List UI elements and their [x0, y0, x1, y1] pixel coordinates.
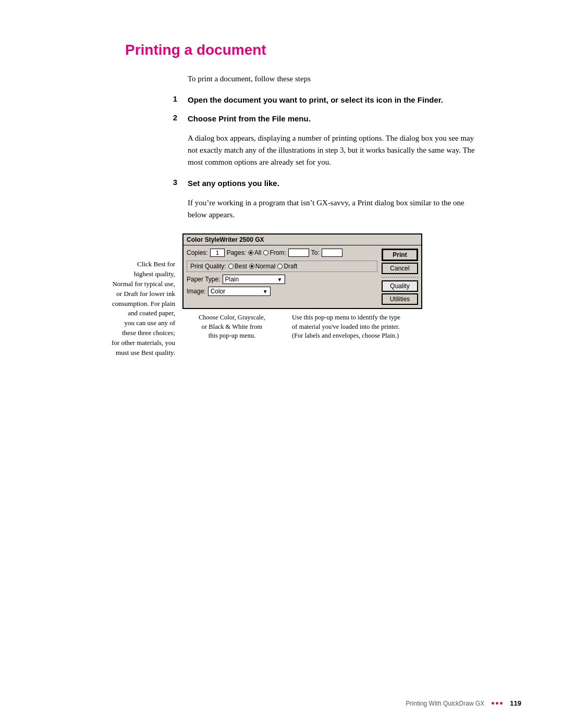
paper-type-dropdown[interactable]: Plain ▼ [223, 275, 285, 284]
footer-dot-2 [496, 702, 498, 705]
dialog-left-section: Copies: 1 Pages: All From: [187, 249, 377, 305]
quality-best-option: Best [228, 263, 247, 270]
bottom-right-annotation: Use this pop-up menu to identify the typ… [287, 313, 422, 341]
chapter-title: Printing a document [125, 42, 521, 58]
bottom-annotations: Choose Color, Grayscale,or Black & White… [182, 313, 422, 341]
paper-type-label: Paper Type: [187, 276, 221, 283]
quality-button[interactable]: Quality [382, 280, 418, 292]
pages-all-option: All [248, 249, 261, 256]
print-button[interactable]: Print [382, 249, 418, 261]
footer-dot-1 [492, 702, 494, 705]
pages-to-input[interactable] [322, 249, 342, 257]
image-label: Image: [187, 288, 206, 295]
image-row: Image: Color ▼ [187, 287, 377, 296]
footer-dots-decoration [492, 702, 503, 705]
print-quality-label: Print Quality: [190, 263, 226, 270]
dialog-title-bar: Color StyleWriter 2500 GX [183, 235, 421, 245]
step-1: 1 Open the document you want to print, o… [42, 94, 521, 106]
footer-chapter-text: Printing With QuickDraw GX [406, 700, 485, 707]
paper-type-arrow-icon: ▼ [277, 277, 283, 282]
pages-from-radio[interactable] [263, 250, 268, 255]
body-paragraph-1: A dialog box appears, displaying a numbe… [188, 132, 480, 169]
bottom-right-text: Use this pop-up menu to identify the typ… [292, 314, 400, 339]
page-footer: Printing With QuickDraw GX 119 [406, 699, 521, 707]
print-quality-row: Print Quality: Best Normal [190, 263, 374, 270]
quality-best-label: Best [235, 263, 247, 270]
quality-normal-label: Normal [255, 263, 276, 270]
image-dropdown[interactable]: Color ▼ [208, 287, 271, 296]
quality-draft-radio[interactable] [277, 264, 283, 269]
dialog-right-section: Print Cancel Quality Utilities [382, 249, 418, 305]
dialog-area: Click Best for highest quality, Normal f… [83, 233, 480, 357]
step-1-content: Open the document you want to print, or … [188, 94, 521, 106]
pages-from-input[interactable] [288, 249, 309, 257]
quality-draft-option: Draft [277, 263, 297, 270]
pages-to-label: To: [311, 249, 320, 256]
step-2-number: 2 [42, 113, 188, 125]
copies-value: 1 [215, 250, 219, 256]
paper-type-value: Plain [225, 276, 239, 283]
pages-from-option: From: [263, 249, 286, 256]
copies-pages-row: Copies: 1 Pages: All From: [187, 249, 377, 257]
pages-from-label: From: [270, 249, 286, 256]
quality-best-radio[interactable] [228, 264, 234, 269]
pages-all-label: All [254, 249, 261, 256]
annotation-best-quality: Click Best for highest quality, Normal f… [112, 260, 175, 356]
step-2: 2 Choose Print from the File menu. [42, 113, 521, 125]
print-dialog: Color StyleWriter 2500 GX Copies: 1 Page… [182, 233, 422, 309]
paper-type-row: Paper Type: Plain ▼ [187, 275, 377, 284]
step-2-content: Choose Print from the File menu. [188, 113, 521, 125]
footer-dot-3 [500, 702, 503, 705]
cancel-button[interactable]: Cancel [382, 263, 418, 274]
step-3: 3 Set any options you like. [42, 178, 521, 190]
step-3-content: Set any options you like. [188, 178, 521, 190]
left-annotation: Click Best for highest quality, Normal f… [83, 233, 182, 357]
quality-draft-label: Draft [284, 263, 297, 270]
step-3-number: 3 [42, 178, 188, 190]
step-1-number: 1 [42, 94, 188, 106]
footer-page-number: 119 [510, 699, 521, 707]
page: Printing a document To print a document,… [0, 0, 563, 728]
dialog-body: Copies: 1 Pages: All From: [183, 245, 421, 308]
image-arrow-icon: ▼ [263, 289, 268, 294]
quality-normal-radio[interactable] [249, 264, 254, 269]
quality-normal-option: Normal [249, 263, 276, 270]
separator [382, 277, 418, 278]
copies-input[interactable]: 1 [210, 249, 225, 257]
intro-text: To print a document, follow these steps [188, 73, 521, 85]
pages-all-radio[interactable] [248, 250, 253, 255]
body-paragraph-2: If you’re working in a program that isn’… [188, 197, 480, 221]
bottom-left-annotation: Choose Color, Grayscale,or Black & White… [182, 313, 287, 341]
dialog-wrapper: Color StyleWriter 2500 GX Copies: 1 Page… [182, 233, 422, 357]
utilities-button[interactable]: Utilities [382, 293, 418, 305]
bottom-left-text: Choose Color, Grayscale,or Black & White… [199, 314, 265, 339]
print-quality-section: Print Quality: Best Normal [187, 261, 377, 272]
dialog-title: Color StyleWriter 2500 GX [187, 236, 264, 243]
image-value: Color [211, 288, 226, 295]
pages-label: Pages: [227, 249, 246, 256]
copies-label: Copies: [187, 249, 208, 256]
